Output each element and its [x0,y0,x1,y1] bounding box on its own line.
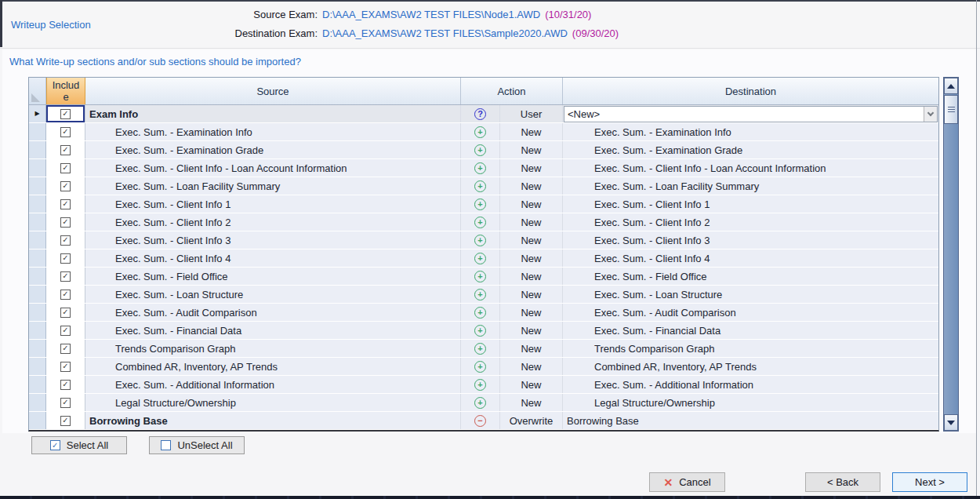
table-row[interactable]: Exec. Sum. - Client Info 1+NewExec. Sum.… [29,195,938,213]
scrollbar-up-button[interactable] [944,78,958,94]
include-checkbox[interactable] [60,416,71,426]
table-row[interactable]: Exec. Sum. - Audit Comparison+NewExec. S… [29,304,938,322]
table-row[interactable]: Exec. Sum. - Examination Info+NewExec. S… [29,123,938,141]
row-selector-cell[interactable]: ▶ [29,105,46,122]
include-checkbox[interactable] [60,398,71,408]
include-checkbox[interactable] [60,163,71,173]
include-checkbox[interactable] [60,235,71,246]
row-selector-cell[interactable] [29,177,46,195]
include-checkbox[interactable] [60,181,71,191]
table-row[interactable]: Exec. Sum. - Field Office+NewExec. Sum. … [29,268,938,286]
destination-cell: Exec. Sum. - Client Info - Loan Account … [563,159,938,177]
include-checkbox[interactable] [60,199,71,209]
table-row[interactable]: Legal Structure/Ownership+NewLegal Struc… [29,394,938,412]
destination-cell: Exec. Sum. - Client Info 1 [563,195,938,213]
destination-select-dropdown-button[interactable] [924,107,937,122]
destination-label: Legal Structure/Ownership [563,397,715,409]
include-checkbox[interactable] [60,253,71,264]
row-selector-cell[interactable] [29,141,46,158]
row-selector-cell[interactable] [29,412,46,429]
action-plus-icon: + [474,397,486,409]
table-row[interactable]: Exec. Sum. - Client Info - Loan Account … [29,159,938,177]
include-checkbox[interactable] [60,127,71,137]
row-selector-cell[interactable] [29,286,46,303]
scrollbar-down-button[interactable] [944,414,958,431]
action-question-icon: ? [474,108,486,120]
row-selector-cell[interactable] [29,250,46,267]
row-selector-cell[interactable] [29,340,46,357]
include-checkbox[interactable] [60,290,71,300]
unselect-all-button[interactable]: UnSelect All [149,436,245,454]
source-cell: Exec. Sum. - Audit Comparison [85,304,461,321]
column-header-source[interactable]: Source [85,78,461,104]
action-icon-cell: + [461,376,500,393]
include-cell [46,250,85,267]
table-row[interactable]: Exec. Sum. - Additional Information+NewE… [29,376,938,394]
source-label: Exec. Sum. - Examination Grade [85,144,263,156]
include-cell [46,177,85,195]
row-selector-cell[interactable] [29,268,46,285]
table-row[interactable]: Exec. Sum. - Financial Data+NewExec. Sum… [29,322,938,340]
select-all-button[interactable]: Select All [31,436,127,454]
column-header-destination[interactable]: Destination [563,78,938,104]
action-icon-cell: + [461,250,500,267]
include-cell [46,322,85,339]
include-checkbox[interactable] [60,109,71,119]
column-header-include[interactable]: Include [46,78,85,104]
source-label: Exec. Sum. - Client Info 1 [85,199,230,210]
row-selector-cell[interactable] [29,376,46,393]
table-row[interactable]: Exec. Sum. - Client Info 4+NewExec. Sum.… [29,250,938,268]
source-label: Combined AR, Inventory, AP Trends [85,361,278,373]
table-row[interactable]: Borrowing Base−OverwriteBorrowing Base [29,412,938,430]
destination-label: Exec. Sum. - Client Info - Loan Account … [563,162,826,174]
table-row[interactable]: Exec. Sum. - Loan Structure+NewExec. Sum… [29,286,938,304]
row-selector-cell[interactable] [29,394,46,411]
table-row[interactable]: Exec. Sum. - Examination Grade+NewExec. … [29,141,938,159]
table-row[interactable]: Exec. Sum. - Client Info 2+NewExec. Sum.… [29,213,938,231]
include-checkbox[interactable] [60,344,71,354]
include-checkbox[interactable] [60,362,71,372]
cancel-button[interactable]: ✕ Cancel [649,472,725,492]
include-checkbox[interactable] [60,271,71,282]
row-selector-cell[interactable] [29,213,46,231]
table-row[interactable]: Trends Comparison Graph+NewTrends Compar… [29,340,938,358]
source-cell: Exec. Sum. - Additional Information [85,376,461,393]
vertical-scrollbar[interactable] [943,77,959,432]
include-checkbox[interactable] [60,380,71,390]
destination-cell: Exec. Sum. - Financial Data [563,322,938,339]
include-checkbox[interactable] [60,326,71,336]
include-cell [46,358,85,375]
grid-corner-cell[interactable] [29,78,46,104]
destination-select[interactable]: <New> [564,106,938,122]
next-button[interactable]: Next > [892,472,967,492]
row-selector-cell[interactable] [29,358,46,375]
action-cell: New [500,286,563,303]
destination-label: Exec. Sum. - Client Info 2 [563,217,710,228]
action-label: Overwrite [510,415,554,427]
row-selector-cell[interactable] [29,195,46,213]
action-label: New [521,126,541,138]
row-selector-cell[interactable] [29,159,46,177]
row-selector-cell[interactable] [29,123,46,140]
table-row[interactable]: Combined AR, Inventory, AP Trends+NewCom… [29,358,938,376]
destination-cell: Exec. Sum. - Loan Facility Summary [563,177,938,195]
destination-cell: <New> [563,105,938,122]
table-row[interactable]: Exec. Sum. - Client Info 3+NewExec. Sum.… [29,231,938,250]
back-button[interactable]: < Back [805,472,880,492]
include-checkbox[interactable] [60,308,71,318]
include-checkbox[interactable] [60,145,71,155]
table-row[interactable]: Exec. Sum. - Loan Facility Summary+NewEx… [29,177,938,195]
include-cell [46,231,85,249]
scrollbar-thumb[interactable] [944,95,958,124]
row-selector-cell[interactable] [29,322,46,339]
question-text: What Write-up sections and/or sub sectio… [9,56,301,67]
action-cell: New [500,376,563,393]
row-selector-cell[interactable] [29,231,46,249]
column-header-action[interactable]: Action [461,78,563,104]
include-cell [46,195,85,213]
row-selector-cell[interactable] [29,304,46,321]
action-plus-icon: + [474,199,486,210]
table-row[interactable]: ▶Exam Info?User<New> [29,105,938,123]
checked-checkbox-icon [50,440,60,450]
include-checkbox[interactable] [60,217,71,228]
